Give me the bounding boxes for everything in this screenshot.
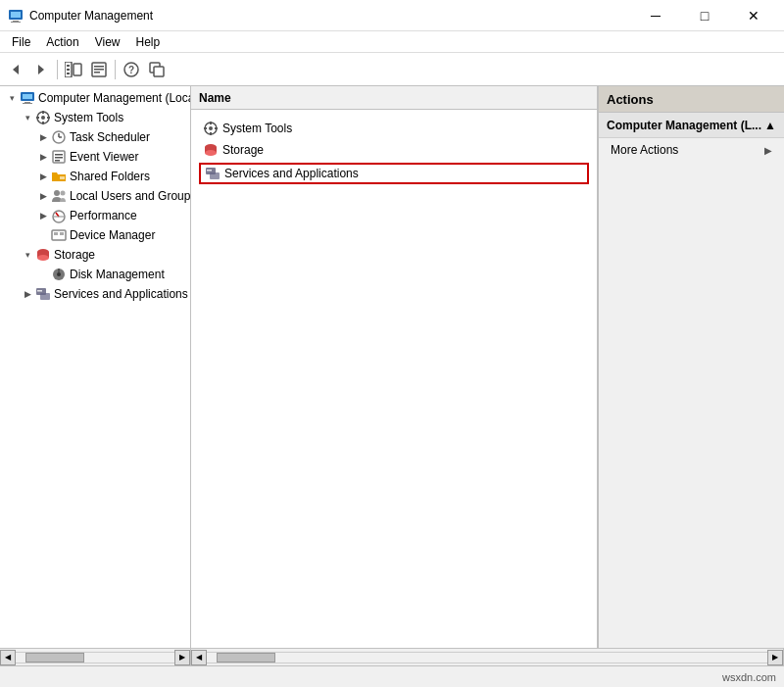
svg-rect-22 — [23, 103, 32, 104]
actions-item-more-actions[interactable]: More Actions ▶ — [599, 138, 784, 162]
svg-rect-1 — [11, 12, 21, 18]
svg-rect-56 — [210, 122, 212, 124]
scroll-thumb-left[interactable] — [25, 653, 84, 662]
svg-rect-50 — [58, 269, 60, 272]
scroll-thumb-center[interactable] — [217, 653, 275, 662]
actions-section-arrow: ▲ — [764, 119, 776, 132]
tree-label-system-tools: System Tools — [54, 111, 123, 124]
tree-item-disk-mgmt[interactable]: Disk Management — [0, 265, 190, 284]
main-area: ▾ Computer Management (Local ▾ — [0, 86, 784, 648]
content-label-services-apps: Services and Applications — [224, 167, 359, 180]
close-button[interactable]: ✕ — [731, 1, 776, 30]
svg-rect-14 — [94, 72, 100, 74]
expander-task-scheduler[interactable]: ▶ — [35, 129, 51, 145]
tree-item-system-tools[interactable]: ▾ System Tools — [0, 108, 190, 127]
menu-help[interactable]: Help — [128, 33, 169, 51]
svg-point-37 — [54, 190, 60, 196]
expander-performance[interactable]: ▶ — [35, 208, 51, 223]
properties-button[interactable] — [87, 58, 111, 81]
back-button[interactable] — [4, 58, 27, 81]
expander-placeholder-disk — [35, 267, 51, 282]
content-row-services-apps[interactable]: Services and Applications — [199, 163, 589, 184]
tree-label-task-scheduler: Task Scheduler — [70, 130, 150, 144]
scroll-left-btn[interactable]: ◀ — [0, 650, 16, 665]
tree-item-event-viewer[interactable]: ▶ Event Viewer — [0, 147, 190, 167]
svg-rect-13 — [94, 69, 104, 71]
help-button[interactable]: ? — [120, 58, 143, 81]
svg-rect-28 — [47, 117, 50, 119]
tree-item-shared-folders[interactable]: ▶ Shared Folders — [0, 167, 190, 186]
svg-point-47 — [37, 255, 49, 261]
svg-rect-65 — [207, 170, 212, 172]
task-scheduler-icon — [51, 129, 67, 145]
svg-rect-3 — [11, 22, 21, 23]
svg-rect-20 — [23, 94, 32, 99]
tree-label-disk-mgmt: Disk Management — [70, 268, 165, 281]
computer-icon — [20, 90, 35, 106]
expander-root[interactable]: ▾ — [4, 90, 20, 106]
tree-item-storage[interactable]: ▾ Storage — [0, 245, 190, 265]
expander-local-users[interactable]: ▶ — [35, 188, 51, 204]
svg-rect-35 — [55, 160, 60, 162]
services-apps-icon — [35, 286, 51, 302]
menu-bar: File Action View Help — [0, 31, 784, 53]
toolbar-separator-1 — [57, 60, 58, 79]
center-header: Name — [191, 86, 597, 110]
center-scroll-right-btn[interactable]: ▶ — [767, 650, 783, 665]
left-pane-scrollbar: ◀ ▶ — [0, 649, 191, 665]
svg-rect-8 — [67, 69, 70, 71]
actions-section-computer-mgmt[interactable]: Computer Management (L... ▲ — [599, 113, 784, 138]
tree-label-storage: Storage — [54, 248, 95, 262]
menu-view[interactable]: View — [87, 33, 128, 51]
content-services-apps-icon — [205, 166, 220, 181]
content-row-system-tools[interactable]: System Tools — [199, 118, 589, 139]
performance-icon — [51, 208, 67, 223]
device-manager-icon — [51, 227, 67, 243]
center-scroll-left-btn[interactable]: ◀ — [191, 650, 207, 665]
tree-item-root[interactable]: ▾ Computer Management (Local — [0, 88, 190, 108]
toolbar: ? — [0, 53, 784, 86]
svg-rect-21 — [24, 102, 30, 103]
expander-storage[interactable]: ▾ — [20, 247, 35, 263]
actions-header: Actions — [599, 86, 784, 113]
title-bar-left: Computer Management — [8, 8, 153, 24]
svg-rect-25 — [42, 111, 44, 114]
forward-button[interactable] — [29, 58, 53, 81]
event-viewer-icon — [51, 149, 67, 165]
tree-item-device-manager[interactable]: Device Manager — [0, 225, 190, 245]
expander-shared-folders[interactable]: ▶ — [35, 169, 51, 184]
content-label-storage: Storage — [222, 143, 264, 157]
tree-item-local-users[interactable]: ▶ Local Users and Groups — [0, 186, 190, 206]
window-title: Computer Management — [29, 9, 153, 23]
svg-rect-43 — [54, 232, 58, 235]
actions-section-title-label: Computer Management (L... — [607, 119, 761, 132]
menu-action[interactable]: Action — [38, 33, 86, 51]
expander-services-apps[interactable]: ▶ — [20, 286, 35, 302]
svg-rect-57 — [210, 132, 212, 135]
tree-label-local-users: Local Users and Groups — [70, 189, 191, 203]
expander-event-viewer[interactable]: ▶ — [35, 149, 51, 165]
tree-item-performance[interactable]: ▶ Performance — [0, 206, 190, 225]
status-text: wsxdn.com — [722, 671, 776, 683]
maximize-button[interactable]: □ — [682, 1, 727, 30]
app-icon — [8, 8, 24, 24]
content-row-storage[interactable]: Storage — [199, 139, 589, 161]
tree-label-event-viewer: Event Viewer — [70, 150, 138, 164]
svg-point-49 — [57, 272, 61, 276]
new-window-button[interactable] — [145, 58, 169, 81]
tree-item-task-scheduler[interactable]: ▶ Task Scheduler — [0, 127, 190, 147]
tree-label-device-manager: Device Manager — [70, 228, 155, 242]
expander-placeholder-device — [35, 227, 51, 243]
tree-toggle-button[interactable] — [62, 58, 85, 81]
minimize-button[interactable]: ─ — [633, 1, 678, 30]
center-content: System Tools Storage — [191, 110, 597, 648]
tree-label-services-apps: Services and Applications — [54, 287, 188, 301]
svg-rect-52 — [40, 293, 50, 300]
svg-point-24 — [41, 116, 45, 120]
scroll-right-btn[interactable]: ▶ — [174, 650, 190, 665]
shared-folders-icon — [51, 169, 67, 184]
svg-point-55 — [209, 126, 213, 130]
expander-system-tools[interactable]: ▾ — [20, 110, 35, 125]
menu-file[interactable]: File — [4, 33, 38, 51]
tree-item-services-apps[interactable]: ▶ Services and Applications — [0, 284, 190, 304]
